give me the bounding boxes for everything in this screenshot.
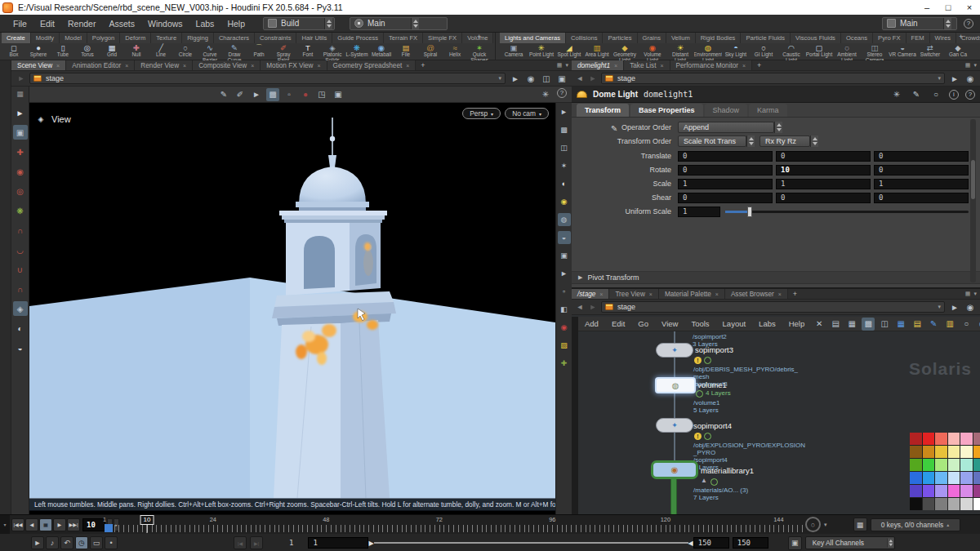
main-selector-right[interactable]: Main	[882, 17, 957, 30]
translate-x-field[interactable]: 0	[678, 151, 773, 162]
shelf-tab[interactable]: Hair Utils	[296, 33, 332, 43]
palette-swatch[interactable]	[935, 446, 947, 458]
display-option-icon[interactable]: ▫	[558, 285, 571, 298]
palette-swatch[interactable]	[910, 446, 922, 458]
display-badge-icon[interactable]	[710, 478, 718, 486]
palette-swatch[interactable]	[910, 472, 922, 484]
transport-button[interactable]: ▦	[39, 518, 52, 531]
display-option-icon[interactable]: ▩	[558, 123, 571, 136]
network-menu-item[interactable]: Layout	[716, 319, 753, 328]
globe-icon[interactable]: ◉	[524, 72, 537, 85]
network-menu-item[interactable]: View	[655, 319, 684, 328]
palette-swatch[interactable]	[960, 485, 973, 497]
rail-handle-icon[interactable]: ▦	[16, 90, 24, 98]
desktop-selector[interactable]: Build	[263, 17, 335, 30]
param-header-icon[interactable]: ?	[965, 90, 975, 100]
shelf-tool[interactable]: ◍ Environment Light	[694, 43, 722, 60]
spinner-icon[interactable]	[411, 18, 419, 29]
shelf-tool[interactable]: ✶ Quick Shapes	[467, 43, 492, 60]
palette-swatch[interactable]	[923, 433, 935, 445]
display-badge-icon[interactable]	[696, 390, 703, 398]
shelf-tool[interactable]: ✚ Null	[124, 43, 149, 60]
shelf-tab[interactable]: Collisions	[566, 33, 604, 43]
close-tab-icon[interactable]: ×	[251, 63, 254, 69]
pane-tab[interactable]: Asset Browser ×	[725, 289, 788, 299]
tool-rail-icon[interactable]: ◉	[13, 164, 28, 179]
shear-z-field[interactable]: 0	[874, 193, 969, 203]
network-menu-item[interactable]: Help	[782, 319, 812, 328]
playback-toggle-button[interactable]: ◷	[75, 536, 88, 549]
tool-rail-icon[interactable]: ∩	[13, 223, 28, 238]
network-toolbar-icon[interactable]: ✕	[813, 318, 826, 331]
camera-selector[interactable]: No cam ▾	[505, 108, 549, 119]
display-option-icon[interactable]: ▣	[558, 249, 571, 262]
close-tab-icon[interactable]: ×	[649, 291, 653, 297]
close-tab-icon[interactable]: ×	[715, 291, 719, 297]
shelf-tool[interactable]: T Font	[296, 43, 320, 60]
path-field[interactable]: stage ▾	[29, 73, 506, 84]
slider-knob[interactable]	[747, 207, 752, 217]
display-badge-icon[interactable]	[704, 357, 711, 364]
palette-swatch[interactable]	[948, 498, 960, 510]
display-option-icon[interactable]: ▨	[558, 339, 571, 352]
display-option-icon[interactable]: ◉	[558, 195, 571, 208]
display-option-icon[interactable]: ✶	[558, 159, 571, 172]
display-option-icon[interactable]: ✚	[558, 357, 571, 370]
scrollbar-thumb[interactable]	[971, 160, 975, 199]
param-tab[interactable]: Base Properties	[630, 104, 703, 117]
palette-swatch[interactable]	[973, 433, 980, 445]
network-menu-item[interactable]: Tools	[684, 319, 715, 328]
menu-item[interactable]: Windows	[141, 17, 189, 30]
palette-swatch[interactable]	[973, 446, 980, 458]
palette-swatch[interactable]	[910, 433, 922, 445]
palette-swatch[interactable]	[960, 498, 973, 510]
shelf-tab[interactable]: Rigid Bodies	[696, 33, 742, 43]
palette-swatch[interactable]	[973, 472, 980, 484]
playback-toggle-button[interactable]: ↶	[60, 536, 74, 549]
range-end-field[interactable]: 150	[693, 537, 729, 549]
pane-menu-caret-icon[interactable]: ▾	[973, 291, 977, 297]
timeline-ruler[interactable]: 10 124487296120144	[105, 515, 807, 534]
forward-icon[interactable]: ►	[16, 74, 26, 82]
viewport-tool-icon[interactable]: ▩	[266, 88, 279, 101]
rotate-z-field[interactable]: 0	[874, 165, 969, 176]
back-icon[interactable]: ◄	[575, 303, 585, 311]
pane-tab[interactable]: domelight1 ×	[572, 60, 624, 70]
add-pane-tab-button[interactable]: +	[788, 289, 802, 299]
shelf-tool[interactable]: ○ Circle	[173, 43, 198, 60]
tool-rail-icon[interactable]: ✚	[13, 144, 28, 159]
pin-icon[interactable]: ►	[948, 300, 961, 313]
node-name-field[interactable]: domelight1	[644, 90, 693, 99]
globe-icon[interactable]: ◉	[964, 300, 977, 313]
menu-item[interactable]: Help	[220, 17, 252, 30]
palette-swatch[interactable]	[960, 446, 973, 458]
close-tab-icon[interactable]: ×	[742, 63, 746, 69]
translate-z-field[interactable]: 0	[874, 151, 969, 162]
shear-x-field[interactable]: 0	[678, 193, 773, 203]
pane-grid-icon[interactable]: ▦	[965, 291, 971, 297]
global-end-field[interactable]: 150	[733, 537, 768, 549]
pane-tab[interactable]: Render View ×	[135, 60, 193, 70]
perspective-selector[interactable]: Persp ▾	[462, 108, 501, 119]
path-field[interactable]: stage ▾	[601, 301, 945, 313]
palette-swatch[interactable]	[923, 446, 935, 458]
playback-toggle-button[interactable]: •	[105, 536, 118, 549]
shelf-tool[interactable]: ❋ L-System	[345, 43, 369, 60]
menu-item[interactable]: Assets	[102, 17, 141, 30]
shelf-tool[interactable]: ✳ Point Light	[528, 43, 555, 60]
shelf-tab[interactable]: Particle Fluids	[741, 33, 791, 43]
shelf-tab[interactable]: Constraints	[255, 33, 296, 43]
caret-down-icon[interactable]: ▾	[824, 522, 827, 528]
palette-swatch[interactable]	[935, 433, 947, 445]
palette-swatch[interactable]	[948, 446, 960, 458]
palette-swatch[interactable]	[948, 485, 960, 497]
tool-rail-icon[interactable]: ◈	[13, 301, 28, 316]
display-badge-icon[interactable]	[704, 433, 711, 440]
palette-swatch[interactable]	[935, 498, 947, 510]
help-icon[interactable]: ?	[964, 19, 973, 29]
param-header-icon[interactable]: i	[949, 90, 959, 100]
node-volume1-selected[interactable]: ◍	[655, 377, 696, 393]
param-scrollbar[interactable]	[970, 119, 976, 282]
shelf-tool[interactable]: ✎ Draw Curve	[222, 43, 247, 60]
rotate-y-field[interactable]: 10	[776, 165, 871, 176]
